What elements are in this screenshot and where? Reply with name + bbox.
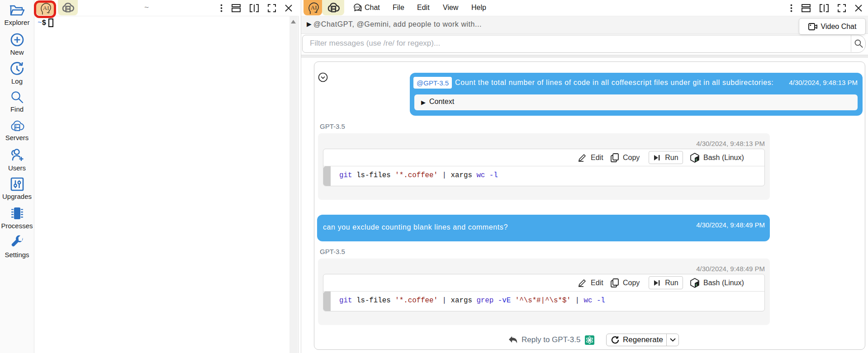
svg-text:$: $: [696, 158, 697, 161]
svg-text:$: $: [696, 283, 697, 287]
svg-text:AI: AI: [310, 4, 317, 11]
